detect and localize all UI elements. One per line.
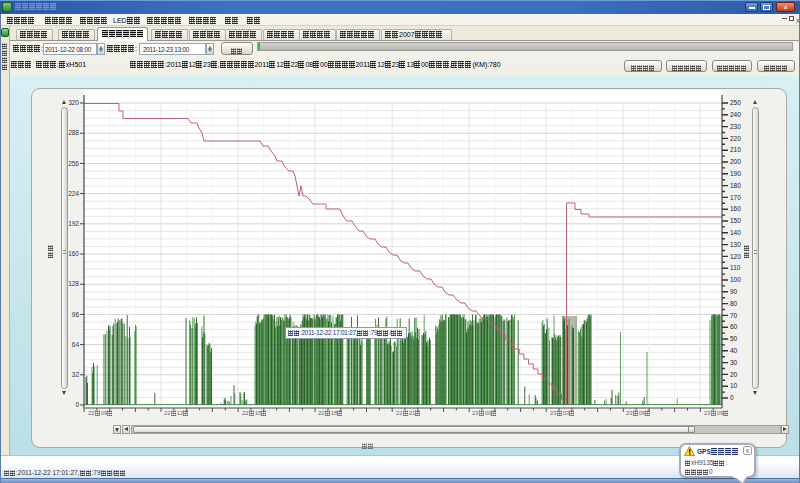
svg-text:10: 10 bbox=[730, 382, 738, 389]
svg-text:220: 220 bbox=[730, 135, 741, 142]
svg-text:40: 40 bbox=[730, 347, 738, 354]
svg-text:100: 100 bbox=[730, 276, 741, 283]
svg-text:230: 230 bbox=[730, 123, 741, 130]
svg-text:160: 160 bbox=[730, 205, 741, 212]
svg-text:256: 256 bbox=[68, 160, 79, 167]
svg-text:0: 0 bbox=[730, 394, 734, 401]
svg-text:110: 110 bbox=[730, 264, 741, 271]
svg-text:240: 240 bbox=[730, 111, 741, 118]
svg-text:80: 80 bbox=[730, 300, 738, 307]
svg-text:250: 250 bbox=[730, 99, 741, 106]
svg-text:320: 320 bbox=[68, 99, 79, 106]
svg-text:130: 130 bbox=[730, 241, 741, 248]
svg-text:200: 200 bbox=[730, 158, 741, 165]
svg-text:60: 60 bbox=[730, 323, 738, 330]
svg-text:180: 180 bbox=[730, 182, 741, 189]
svg-text:150: 150 bbox=[730, 217, 741, 224]
svg-text:140: 140 bbox=[730, 229, 741, 236]
svg-text:70: 70 bbox=[730, 312, 738, 319]
svg-text:0: 0 bbox=[75, 401, 79, 408]
svg-text:64: 64 bbox=[72, 341, 80, 348]
svg-text:20: 20 bbox=[730, 371, 738, 378]
svg-text:128: 128 bbox=[68, 280, 79, 287]
svg-text:120: 120 bbox=[730, 253, 741, 260]
svg-text:224: 224 bbox=[68, 190, 79, 197]
svg-text:32: 32 bbox=[72, 371, 80, 378]
svg-text:160: 160 bbox=[68, 250, 79, 257]
svg-text:90: 90 bbox=[730, 288, 738, 295]
svg-text:210: 210 bbox=[730, 146, 741, 153]
svg-text:50: 50 bbox=[730, 335, 738, 342]
svg-text:190: 190 bbox=[730, 170, 741, 177]
svg-text:170: 170 bbox=[730, 194, 741, 201]
svg-text:30: 30 bbox=[730, 359, 738, 366]
svg-text:192: 192 bbox=[68, 220, 79, 227]
svg-text:96: 96 bbox=[72, 311, 80, 318]
svg-text:288: 288 bbox=[68, 129, 79, 136]
